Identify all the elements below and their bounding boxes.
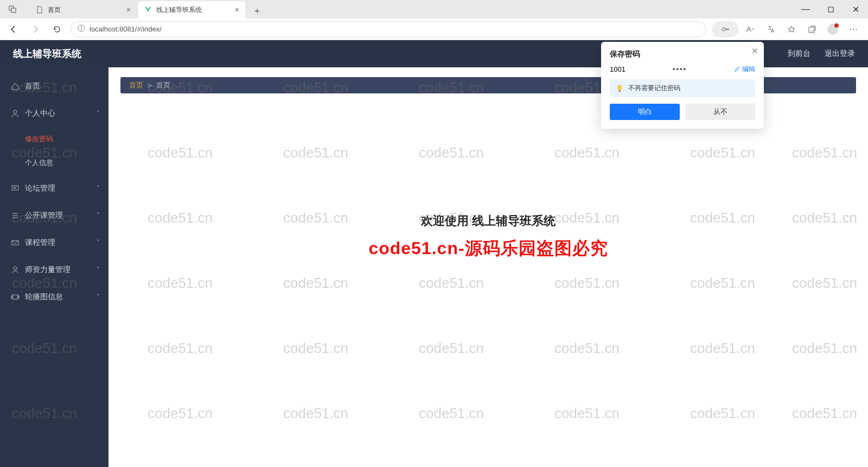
sidebar-item-course[interactable]: 课程管理 ˅ [0,229,108,256]
close-icon[interactable]: × [126,5,131,14]
app-title: 线上辅导班系统 [13,47,81,60]
read-aloud-button[interactable]: A» [741,21,760,37]
close-window-button[interactable]: ✕ [843,0,868,18]
tab-0[interactable]: 首页 × [29,1,138,18]
svg-rect-5 [81,28,81,30]
popup-ok-button[interactable]: 明白 [610,104,680,120]
forward-button[interactable] [27,21,43,37]
teacher-icon [11,266,20,274]
arrow-left-icon [9,24,18,34]
toolbar-right: A» ⋯ [712,21,863,37]
svg-rect-9 [12,186,18,190]
sidebar-item-label: 修改密码 [25,134,53,144]
svg-rect-14 [18,296,19,298]
sidebar-subitem-profile[interactable]: 个人信息 [0,151,108,175]
favorites-button[interactable] [782,21,801,37]
more-button[interactable]: ⋯ [844,21,863,37]
tab-title: 首页 [48,5,61,15]
reload-button[interactable] [49,21,65,37]
breadcrumb-home[interactable]: 首页 [129,80,143,90]
svg-rect-15 [618,91,621,92]
sidebar-item-home[interactable]: 首页 [0,73,108,100]
tab-1[interactable]: 线上辅导班系统 × [138,1,246,18]
svg-rect-1 [11,8,16,12]
maximize-icon [828,7,834,12]
sidebar-item-forum[interactable]: 论坛管理 ˅ [0,175,108,202]
logout-link[interactable]: 退出登录 [825,49,855,59]
chevron-up-icon: ˄ [97,110,100,117]
mail-icon [11,238,20,247]
back-button[interactable] [5,21,22,37]
close-icon[interactable]: × [235,5,239,14]
vue-icon [144,6,152,14]
url-text: localhost:8081/#/index/ [90,25,162,33]
svg-rect-2 [828,7,833,12]
svg-point-11 [14,267,17,270]
password-key-button[interactable] [712,21,739,37]
popup-close-button[interactable]: ✕ [751,46,758,56]
site-info-icon[interactable] [78,24,85,34]
popup-username: 1001 [610,65,626,73]
svg-point-6 [722,28,725,31]
tab-strip: 首页 × 线上辅导班系统 × ＋ [25,0,793,18]
arrow-right-icon [30,24,40,34]
popup-credentials-row: 1001 •••• 编辑 [610,65,755,74]
key-icon [720,24,730,34]
url-input[interactable]: localhost:8081/#/index/ [71,21,706,37]
translate-button[interactable] [762,21,780,37]
lightbulb-icon [615,84,624,93]
svg-point-4 [81,26,82,27]
home-icon [11,82,20,91]
carousel-icon [11,293,20,301]
sidebar-item-public-course[interactable]: 公开课管理 ˅ [0,202,108,229]
tab-overview-button[interactable] [4,1,21,17]
popup-actions: 明白 从不 [610,104,755,120]
titlebar: 首页 × 线上辅导班系统 × ＋ — ✕ [0,0,868,18]
collections-icon [808,25,816,34]
more-icon: ⋯ [849,24,858,34]
popup-title: 保存密码 [610,49,755,59]
user-icon [11,109,20,118]
sidebar-item-label: 师资力量管理 [25,265,71,275]
app-header-actions: 到前台 退出登录 [788,49,855,59]
chevron-down-icon: ˅ [97,266,100,274]
reload-icon [53,25,61,34]
star-icon [787,25,796,34]
sidebar-item-teacher[interactable]: 师资力量管理 ˅ [0,256,108,283]
popup-edit-link[interactable]: 编辑 [734,65,755,74]
popup-hint: 不再需要记住密码 [610,79,755,97]
popup-hint-text: 不再需要记住密码 [628,84,680,93]
sidebar-item-label: 论坛管理 [25,184,55,193]
minimize-button[interactable]: — [793,0,818,18]
new-tab-button[interactable]: ＋ [250,3,265,18]
sidebar-item-personal[interactable]: 个人中心 ˄ [0,100,108,127]
popup-never-button[interactable]: 从不 [685,104,755,120]
save-password-popup: ✕ 保存密码 1001 •••• 编辑 不再需要记住密码 明白 从不 [601,42,764,129]
sidebar-item-carousel[interactable]: 轮播图信息 ˅ [0,283,108,311]
browser-window: 首页 × 线上辅导班系统 × ＋ — ✕ [0,0,868,467]
page-viewport: 线上辅导班系统 到前台 退出登录 首页 个人中心 ˄ 修改密码 个人信息 [0,40,868,467]
address-bar: localhost:8081/#/index/ A» ⋯ [0,18,868,40]
list-icon [11,211,20,220]
forum-icon [11,184,20,193]
popup-password-mask: •••• [673,65,687,73]
sidebar-subitem-change-password[interactable]: 修改密码 [0,127,108,151]
chevron-down-icon: ˅ [97,293,100,301]
translate-icon [767,25,775,34]
to-front-link[interactable]: 到前台 [788,49,810,59]
chevron-down-icon: ˅ [97,185,100,192]
page-icon [36,6,43,14]
collections-button[interactable] [803,21,821,37]
window-controls: — ✕ [793,0,868,18]
chevron-down-icon: ˅ [97,239,100,247]
maximize-button[interactable] [818,0,843,18]
pencil-icon [734,66,740,72]
sidebar-item-label: 公开课管理 [25,211,63,220]
svg-point-8 [14,110,17,113]
sidebar: 首页 个人中心 ˄ 修改密码 个人信息 论坛管理 ˅ 公开课管理 ˅ [0,67,108,467]
breadcrumb-current: 首页 [156,80,170,90]
sidebar-item-label: 个人信息 [25,158,53,168]
profile-button[interactable] [824,21,842,37]
tab-overview-icon [9,5,16,13]
tab-title: 线上辅导班系统 [156,5,202,15]
